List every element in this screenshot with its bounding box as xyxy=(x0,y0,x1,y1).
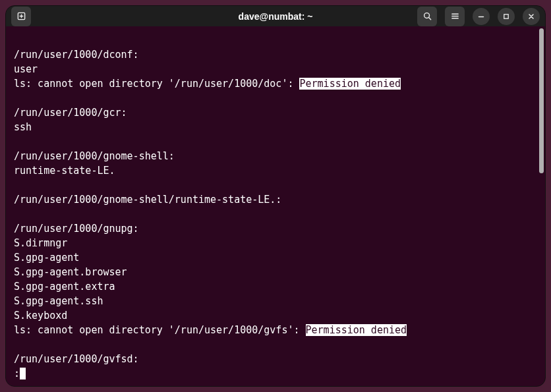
terminal-text: /run/user/1000/gnome-shell: xyxy=(14,150,175,162)
terminal-line: S.gpg-agent.browser xyxy=(14,265,530,279)
terminal-line xyxy=(14,33,530,47)
close-icon xyxy=(527,13,535,20)
terminal-line: S.gpg-agent.extra xyxy=(14,279,530,294)
minimize-icon xyxy=(477,13,485,20)
terminal-line xyxy=(14,337,530,352)
terminal-window: dave@numbat: ~ xyxy=(5,5,546,387)
maximize-icon xyxy=(502,13,510,20)
terminal-text: /run/user/1000/gvfsd: xyxy=(14,353,139,365)
titlebar-right xyxy=(417,7,540,26)
terminal-text: ls: cannot open directory '/run/user/100… xyxy=(14,324,306,336)
terminal-text: S.keyboxd xyxy=(14,310,67,322)
scrollbar-track[interactable] xyxy=(538,26,545,386)
hamburger-icon xyxy=(450,11,460,21)
terminal-text: user xyxy=(14,63,38,75)
terminal-line: user xyxy=(14,62,530,76)
terminal-text: ssh xyxy=(14,121,32,133)
terminal-line: /run/user/1000/gnome-shell: xyxy=(14,149,530,163)
svg-rect-2 xyxy=(504,14,508,18)
window-title: dave@numbat: ~ xyxy=(239,11,313,22)
highlighted-text: Permission denied xyxy=(299,78,401,90)
terminal-line: runtime-state-LE. xyxy=(14,163,530,178)
menu-button[interactable] xyxy=(445,7,465,26)
new-tab-button[interactable] xyxy=(11,7,31,26)
terminal-text: S.gpg-agent.ssh xyxy=(14,295,103,307)
terminal-text: /run/user/1000/gcr: xyxy=(14,107,127,119)
highlighted-text: Permission denied xyxy=(306,324,407,336)
terminal-line: S.gpg-agent xyxy=(14,250,530,265)
terminal-line xyxy=(14,134,530,149)
terminal-text: runtime-state-LE. xyxy=(14,165,115,177)
terminal-line: S.dirmngr xyxy=(14,236,530,250)
scrollbar-thumb[interactable] xyxy=(539,28,544,173)
terminal-text: : xyxy=(14,368,20,379)
search-button[interactable] xyxy=(417,7,437,26)
terminal-line: S.keyboxd xyxy=(14,308,530,323)
terminal-text: S.gpg-agent.browser xyxy=(14,266,127,278)
terminal-text: /run/user/1000/gnome-shell/runtime-state… xyxy=(14,194,281,206)
terminal-line: /run/user/1000/gcr: xyxy=(14,105,530,120)
terminal-line: ssh xyxy=(14,120,530,134)
terminal-text: S.gpg-agent.extra xyxy=(14,281,115,293)
terminal-body: /run/user/1000/dconf:userls: cannot open… xyxy=(6,26,545,386)
cursor xyxy=(20,368,26,379)
search-icon xyxy=(422,11,432,21)
terminal-line xyxy=(14,207,530,221)
new-tab-icon xyxy=(16,11,26,21)
maximize-button[interactable] xyxy=(498,8,515,25)
terminal-line: ls: cannot open directory '/run/user/100… xyxy=(14,76,530,91)
terminal-text: /run/user/1000/gnupg: xyxy=(14,223,139,235)
titlebar-left xyxy=(11,7,31,26)
close-button[interactable] xyxy=(523,8,540,25)
terminal-text: S.gpg-agent xyxy=(14,252,79,264)
terminal-line: S.gpg-agent.ssh xyxy=(14,294,530,308)
terminal-line: /run/user/1000/gnome-shell/runtime-state… xyxy=(14,192,530,207)
terminal-line: /run/user/1000/gnupg: xyxy=(14,221,530,236)
terminal-line: /run/user/1000/dconf: xyxy=(14,47,530,62)
terminal-text: S.dirmngr xyxy=(14,237,67,249)
terminal-line: : xyxy=(14,366,530,381)
terminal-line: ls: cannot open directory '/run/user/100… xyxy=(14,323,530,337)
terminal-line xyxy=(14,91,530,105)
titlebar: dave@numbat: ~ xyxy=(6,6,545,26)
terminal-output[interactable]: /run/user/1000/dconf:userls: cannot open… xyxy=(6,26,538,386)
terminal-text: /run/user/1000/dconf: xyxy=(14,49,139,61)
terminal-text: ls: cannot open directory '/run/user/100… xyxy=(14,78,299,90)
terminal-line: /run/user/1000/gvfsd: xyxy=(14,352,530,366)
minimize-button[interactable] xyxy=(473,8,490,25)
terminal-line xyxy=(14,178,530,192)
